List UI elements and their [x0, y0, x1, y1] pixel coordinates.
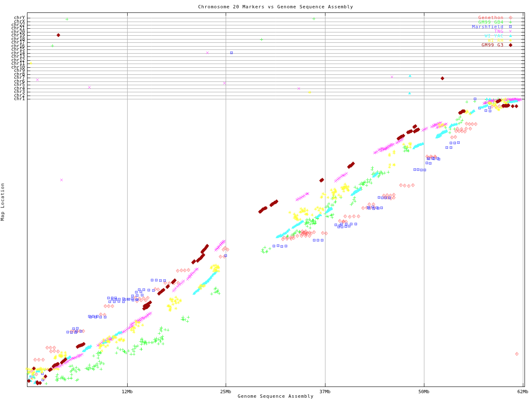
x-tick-label-25Mb: 25Mb: [213, 389, 238, 394]
y-axis-label: Map Location: [0, 181, 5, 223]
x-tick-label-37Mb: 37Mb: [313, 389, 337, 394]
x-tick-label-50Mb: 50Mb: [411, 389, 436, 394]
x-tick-label-62Mb: 62Mb: [510, 389, 532, 394]
legend-label-gm99-g3: GM99 G3: [437, 43, 504, 47]
chart-title: Chromosome 20 Markers vs Genome Sequence…: [0, 5, 532, 9]
chart-page: Chromosome 20 Markers vs Genome Sequence…: [0, 0, 532, 399]
scatter-plot-canvas: [0, 0, 532, 399]
legend-label-marshfield: Marshfield: [437, 25, 504, 29]
y-tick-label-chr1: chr1: [0, 97, 25, 101]
x-axis-label: Genome Sequence Assembly: [0, 394, 532, 399]
x-tick-label-12Mb: 12Mb: [115, 389, 140, 394]
